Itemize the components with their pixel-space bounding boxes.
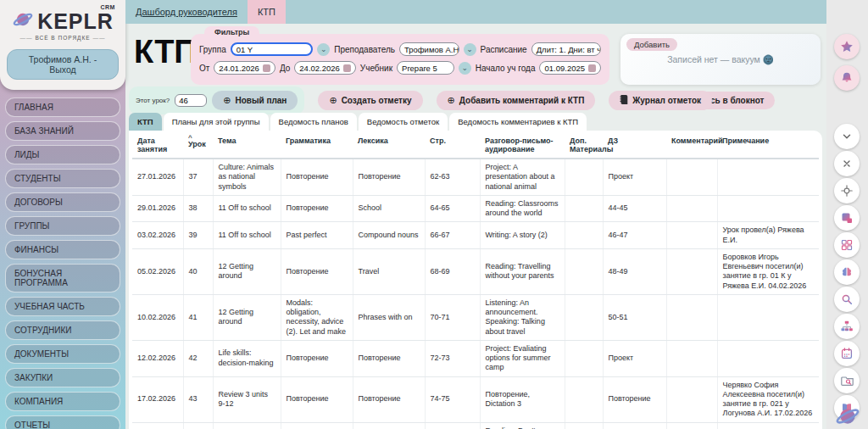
- column-header[interactable]: Стр.: [425, 132, 480, 159]
- table-cell: 41: [183, 294, 213, 340]
- topbar-tab[interactable]: КТП: [248, 0, 286, 24]
- year-start-input[interactable]: 01.09.2025: [539, 61, 601, 75]
- teacher-dropdown-icon[interactable]: ⌄: [464, 43, 476, 56]
- table-row[interactable]: 03.02.20263911 Off to schoolPast perfect…: [132, 222, 819, 249]
- table-row[interactable]: 05.02.20264012 Getting aroundПовторениеT…: [132, 248, 819, 294]
- sidebar-item[interactable]: ГРУППЫ: [5, 216, 120, 236]
- teacher-input[interactable]: Трофимов А.Н.: [399, 42, 459, 56]
- group-input[interactable]: 01 Y: [231, 42, 314, 56]
- date-to-input[interactable]: 24.02.2026: [294, 61, 356, 75]
- calendar-picker-icon[interactable]: [263, 64, 270, 72]
- brain-icon[interactable]: [834, 259, 860, 285]
- org-chart-icon[interactable]: [834, 314, 860, 339]
- table-cell: 74-75: [425, 376, 480, 422]
- view-tab[interactable]: Планы для этой группы: [164, 113, 269, 131]
- table-cell: Reading: Classrooms around the world: [480, 195, 565, 222]
- column-header[interactable]: Комментарий: [666, 132, 717, 159]
- logout-button[interactable]: Трофимов А.Н. - Выход: [7, 49, 119, 80]
- table-cell: [565, 376, 603, 422]
- sidebar-item[interactable]: ДОКУМЕНТЫ: [5, 344, 120, 364]
- calendar-picker-icon[interactable]: [343, 64, 351, 72]
- search-icon[interactable]: [834, 287, 860, 312]
- table-cell: [565, 422, 603, 429]
- sidebar-item[interactable]: УЧЕБНАЯ ЧАСТЬ: [5, 297, 120, 316]
- sidebar-item[interactable]: СОТРУДНИКИ: [5, 320, 120, 340]
- calendar-icon[interactable]: [834, 341, 860, 366]
- column-header[interactable]: Примечание: [717, 132, 819, 159]
- table-cell: Reading: Don't airbrush me!: [480, 422, 565, 429]
- keplr-planet-icon: [12, 8, 34, 34]
- column-header[interactable]: Лексика: [353, 132, 425, 159]
- table-row[interactable]: 17.02.202643Review 3 units 9-12Повторени…: [132, 376, 819, 422]
- table-row[interactable]: 29.01.20263811 Off to schoolПовторениеSc…: [132, 195, 819, 222]
- layout-icon[interactable]: [834, 205, 860, 231]
- sidebar-item[interactable]: ФИНАНСЫ: [5, 240, 120, 259]
- close-icon[interactable]: [834, 151, 860, 176]
- table-row[interactable]: 19.02.20264413 #NofilterПовторениеSocial…: [132, 422, 819, 429]
- topbar-tab[interactable]: Дашборд руководителя: [125, 0, 248, 24]
- create-mark-button[interactable]: ⊕Создать отметку: [318, 91, 422, 110]
- table-cell: Writing: A story (2): [480, 222, 565, 249]
- sidebar-item[interactable]: БАЗА ЗНАНИЙ: [5, 121, 120, 141]
- table-cell: Project: A presentation about a national…: [480, 159, 565, 195]
- sidebar-item[interactable]: ДОГОВОРЫ: [5, 192, 120, 212]
- textbook-dropdown-icon[interactable]: ⌄: [459, 62, 471, 75]
- bell-icon[interactable]: [834, 65, 860, 91]
- folder-search-icon[interactable]: [834, 368, 860, 393]
- sidebar-item[interactable]: БОНУСНАЯ ПРОГРАММА: [5, 264, 120, 292]
- chevron-down-icon[interactable]: [834, 124, 860, 149]
- table-row[interactable]: 10.02.20264112 Getting aroundModals: obl…: [132, 294, 819, 340]
- main-content: КТП Фильтры Группа 01 Y ⌄ Преподаватель …: [125, 24, 826, 429]
- table-cell: Боровков Игорь Евгеньевич посетил(и) зан…: [717, 248, 819, 294]
- column-header[interactable]: Тема: [213, 132, 281, 159]
- textbook-input[interactable]: Prepare 5: [397, 61, 454, 75]
- table-cell: 19.02.2026: [132, 422, 183, 429]
- table-cell: 44: [183, 422, 213, 429]
- column-header[interactable]: ^Урок: [183, 132, 213, 159]
- table-cell: Compound nouns: [353, 222, 425, 249]
- column-header[interactable]: Грамматика: [281, 132, 353, 159]
- table-cell: School: [353, 195, 425, 222]
- table-cell: 52-53: [603, 422, 666, 429]
- sidebar-item[interactable]: СТУДЕНТЫ: [5, 169, 120, 188]
- lesson-number-input[interactable]: [175, 94, 207, 107]
- table-row[interactable]: 27.01.202637Culture: Animals as national…: [132, 159, 819, 195]
- view-tab[interactable]: Ведомость отметок: [359, 113, 448, 131]
- add-comment-button[interactable]: ⊕Добавить комментарий к КТП: [437, 91, 596, 110]
- crosshair-icon[interactable]: [834, 178, 860, 203]
- group-dropdown-icon[interactable]: ⌄: [317, 43, 330, 56]
- table-cell: Past perfect: [281, 222, 353, 249]
- sidebar-item[interactable]: КОМПАНИЯ: [5, 392, 120, 411]
- star-icon[interactable]: [834, 34, 860, 59]
- plus-icon: ⊕: [223, 95, 231, 106]
- actions-row: Этот урок? ⊕Новый план ⊕Создать отметку …: [129, 86, 712, 114]
- planet-icon[interactable]: [833, 404, 862, 429]
- notebook-add-badge[interactable]: Добавить: [626, 38, 677, 51]
- table-cell: 12 Getting around: [213, 294, 281, 340]
- table-cell: 40: [183, 248, 213, 294]
- table-cell: 43: [183, 376, 213, 422]
- grid-icon[interactable]: [834, 232, 860, 258]
- date-from-input[interactable]: 24.01.2026: [214, 61, 275, 75]
- calendar-picker-icon[interactable]: [588, 64, 596, 72]
- table-cell: Culture: Animals as national symbols: [213, 159, 281, 195]
- view-tab[interactable]: Ведомость комментариев к КТП: [449, 113, 587, 131]
- view-tab[interactable]: КТП: [129, 113, 162, 131]
- sidebar-menu: ГЛАВНАЯБАЗА ЗНАНИЙЛИДЫСТУДЕНТЫДОГОВОРЫГР…: [0, 90, 125, 429]
- sidebar-item[interactable]: ЗАКУПКИ: [5, 368, 120, 387]
- schedule-input[interactable]: Длит: 1. Дни: вт чт: [531, 42, 601, 56]
- sidebar-item[interactable]: ГЛАВНАЯ: [5, 98, 120, 117]
- new-plan-button[interactable]: ⊕Новый план: [212, 91, 298, 110]
- right-rail: [826, 0, 868, 429]
- marks-journal-button[interactable]: Журнал отметок: [609, 91, 712, 110]
- sidebar-item[interactable]: ОТЧЕТЫ: [5, 415, 120, 429]
- table-cell: 64-65: [425, 195, 480, 222]
- table-row[interactable]: 12.02.202642Life skills: decision-making…: [132, 340, 819, 376]
- column-header[interactable]: Разговор-письмо-аудирование: [480, 132, 565, 159]
- sidebar-item[interactable]: ЛИДЫ: [5, 145, 120, 164]
- table-cell: 13 #Nofilter: [213, 422, 281, 429]
- column-header[interactable]: Доп. Материалы: [565, 132, 603, 159]
- column-header[interactable]: Дата занятия: [132, 132, 183, 159]
- view-tab[interactable]: Ведомость планов: [270, 113, 357, 131]
- table-cell: Повторение: [281, 422, 353, 429]
